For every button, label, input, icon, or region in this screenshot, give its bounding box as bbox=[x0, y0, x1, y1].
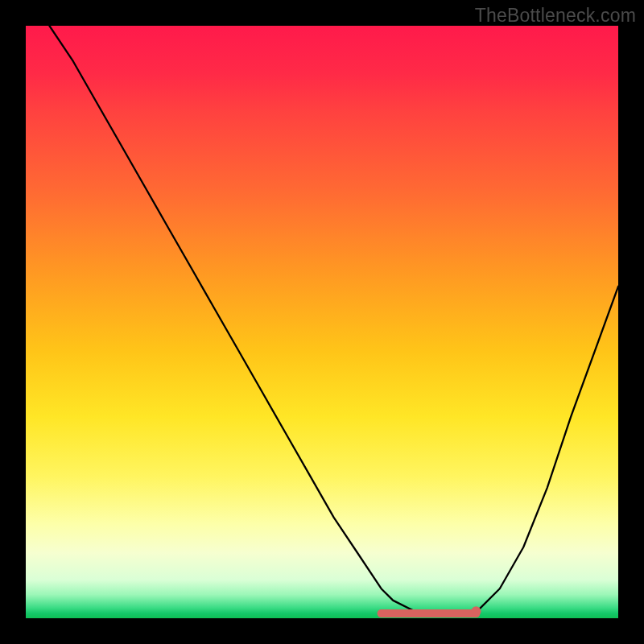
bottleneck-curve bbox=[49, 26, 618, 615]
curve-layer bbox=[26, 26, 618, 618]
plot-area bbox=[26, 26, 618, 618]
watermark-text: TheBottleneck.com bbox=[475, 5, 636, 27]
flat-segment-end-marker bbox=[471, 606, 481, 616]
chart-frame: TheBottleneck.com bbox=[0, 0, 644, 644]
